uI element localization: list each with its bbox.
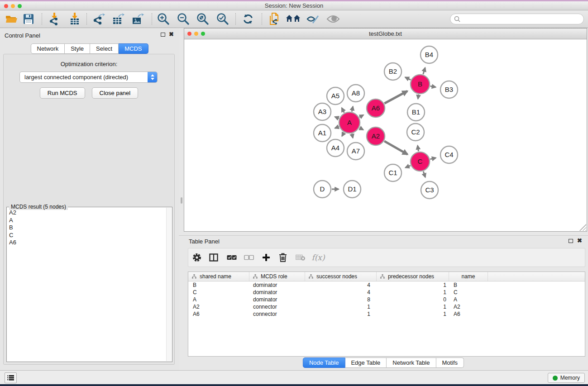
result-item[interactable]: C (9, 232, 165, 239)
show-columns-button[interactable] (209, 253, 218, 262)
table-row[interactable]: Cdominator41C (188, 289, 585, 296)
table-settings-button[interactable] (192, 253, 202, 262)
float-table-panel-icon[interactable] (569, 239, 573, 243)
select-all-button[interactable] (227, 255, 237, 260)
pane-scrollbar-thumb[interactable] (181, 197, 182, 204)
result-item[interactable]: A (9, 217, 165, 224)
mcds-result-list[interactable]: A2ABCA6 (9, 209, 165, 361)
delete-table-button[interactable] (296, 254, 306, 261)
export-network-button[interactable] (92, 13, 105, 25)
edge-B-B2[interactable] (405, 77, 411, 80)
graph-node-A2[interactable]: A2 (367, 127, 385, 145)
column-header-predecessor-nodes[interactable]: predecessor nodes (377, 272, 449, 281)
tab-mcds[interactable]: MCDS (119, 43, 148, 54)
tab-style[interactable]: Style (65, 43, 90, 54)
graph-node-B3[interactable]: B3 (440, 81, 458, 98)
criterion-select[interactable]: largest connected component (directed) (19, 71, 158, 83)
graph-node-A6[interactable]: A6 (367, 99, 385, 117)
result-item[interactable]: A6 (9, 239, 165, 247)
edge-B-B4[interactable] (423, 68, 425, 74)
graph-node-B2[interactable]: B2 (384, 63, 402, 80)
table-row[interactable]: Bdominator41B (188, 281, 585, 289)
table-row[interactable]: A6connector11A6 (188, 310, 585, 318)
edge-A-A1[interactable] (335, 127, 339, 128)
graph-node-C4[interactable]: C4 (440, 146, 458, 163)
table-row[interactable]: Adominator80A (188, 296, 585, 303)
edge-C-C2[interactable] (418, 146, 419, 152)
graph-node-C[interactable]: C (411, 152, 430, 171)
tab-edge-table[interactable]: Edge Table (345, 357, 387, 368)
task-history-button[interactable] (5, 372, 17, 383)
network-window-titlebar[interactable]: testGlobe.txt (184, 29, 587, 39)
tab-select[interactable]: Select (90, 43, 119, 54)
network-canvas[interactable]: B4B2BB3A5A8A6A3B1AC2A1A2A4A7C4CC1DD1C3 (184, 40, 587, 231)
graph-node-A7[interactable]: A7 (347, 143, 364, 160)
edge-C-C1[interactable] (406, 166, 411, 168)
import-table-button[interactable] (69, 13, 81, 25)
graph-node-A1[interactable]: A1 (314, 124, 331, 142)
edge-A-A6[interactable] (359, 115, 363, 117)
zoom-out-button[interactable] (177, 13, 190, 25)
zoom-fit-button[interactable] (196, 13, 209, 25)
close-table-panel-icon[interactable]: ✖ (577, 237, 582, 244)
export-image-button[interactable] (131, 13, 144, 25)
save-session-button[interactable] (23, 14, 34, 24)
edge-B-B3[interactable] (430, 86, 436, 87)
graph-node-C2[interactable]: C2 (407, 124, 424, 141)
tab-node-table[interactable]: Node Table (303, 357, 345, 368)
edge-A-A2[interactable] (359, 128, 363, 129)
edge-A2-C[interactable] (384, 141, 407, 154)
export-table-button[interactable] (112, 13, 124, 25)
graph-node-A8[interactable]: A8 (347, 85, 364, 102)
column-header-name[interactable]: name (449, 272, 488, 281)
import-network-button[interactable] (48, 13, 60, 25)
edge-A-A5[interactable] (342, 108, 344, 113)
edge-C-C4[interactable] (430, 158, 435, 159)
graph-node-B[interactable]: B (411, 75, 430, 94)
open-session-button[interactable] (5, 14, 18, 24)
column-header-shared-name[interactable]: shared name (188, 272, 249, 281)
apply-layout-button[interactable] (242, 13, 254, 25)
memory-button[interactable]: Memory (548, 373, 585, 383)
style-visibility-button[interactable] (306, 14, 320, 24)
window-titlebar[interactable]: Session: New Session (0, 1, 588, 10)
home-button[interactable] (286, 14, 301, 24)
delete-column-button[interactable] (279, 253, 287, 262)
edge-A-A7[interactable] (352, 133, 353, 138)
duplicate-network-button[interactable] (268, 12, 280, 26)
graph-node-D[interactable]: D (314, 181, 331, 198)
edge-A6-B[interactable] (384, 91, 407, 103)
edge-A-A3[interactable] (335, 117, 339, 119)
zoom-selected-button[interactable] (216, 13, 229, 25)
result-item[interactable]: B (9, 224, 165, 232)
tab-network-table[interactable]: Network Table (387, 357, 436, 368)
graph-node-B4[interactable]: B4 (421, 46, 438, 63)
close-panel-button[interactable]: Close panel (92, 87, 139, 99)
search-field[interactable] (450, 14, 584, 24)
column-header-successor-nodes[interactable]: successor nodes (305, 272, 377, 281)
show-hide-button[interactable] (326, 14, 340, 24)
graph-node-C1[interactable]: C1 (384, 164, 402, 181)
graph-node-C3[interactable]: C3 (421, 181, 438, 199)
graph-node-A4[interactable]: A4 (327, 139, 344, 157)
run-mcds-button[interactable]: Run MCDS (40, 87, 85, 99)
graph-node-B1[interactable]: B1 (407, 104, 425, 121)
result-scrollbar[interactable] (166, 208, 172, 361)
search-input[interactable] (463, 15, 583, 23)
graph-node-A5[interactable]: A5 (327, 87, 344, 105)
graph-node-D1[interactable]: D1 (344, 181, 361, 198)
deselect-all-button[interactable] (244, 255, 254, 260)
tab-network[interactable]: Network (30, 43, 65, 54)
close-panel-icon[interactable]: ✖ (169, 31, 174, 38)
create-column-button[interactable] (262, 253, 270, 262)
result-item[interactable]: A2 (9, 209, 165, 217)
graph-node-A3[interactable]: A3 (314, 103, 331, 120)
table-row[interactable]: A2connector11A2 (188, 303, 585, 310)
tab-motifs[interactable]: Motifs (436, 357, 464, 368)
graph-node-A[interactable]: A (339, 112, 360, 133)
zoom-in-button[interactable] (157, 13, 170, 25)
edge-B-B1[interactable] (418, 95, 418, 99)
column-header-MCDS-role[interactable]: MCDS role (249, 272, 305, 281)
function-builder-button[interactable]: f(x) (311, 253, 325, 262)
edge-A-A8[interactable] (352, 106, 353, 111)
